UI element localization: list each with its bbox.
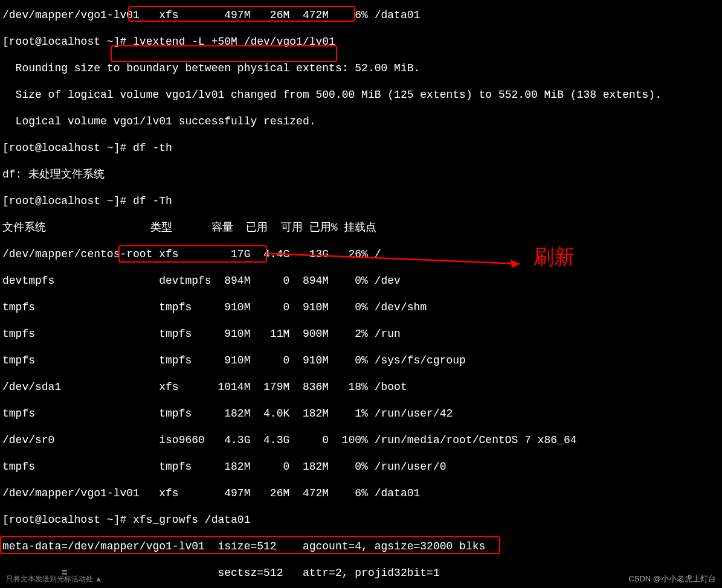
- statusbar-hint: 只将文本发送到光标活动处 ▲: [6, 572, 102, 586]
- term-line: devtmpfs devtmpfs 894M 0 894M 0% /dev: [2, 274, 662, 287]
- term-line: [root@localhost ~]# df -Th: [2, 194, 662, 208]
- terminal-output: /dev/mapper/vgo1-lv01 xfs 497M 26M 472M …: [2, 0, 662, 588]
- term-line: tmpfs tmpfs 182M 0 182M 0% /run/user/0: [2, 460, 662, 473]
- term-line: [root@localhost ~]# xfs_growfs /data01: [2, 513, 662, 526]
- term-line: /dev/sr0 iso9660 4.3G 4.3G 0 100% /run/m…: [2, 433, 662, 447]
- term-line: [root@localhost ~]# df -th: [2, 141, 662, 155]
- watermark-text: CSDN @小小老虎上灯台: [628, 572, 716, 586]
- term-line: tmpfs tmpfs 910M 0 910M 0% /sys/fs/cgrou…: [2, 354, 662, 367]
- term-line: Logical volume vgo1/lv01 successfully re…: [2, 115, 662, 128]
- term-line: /dev/mapper/vgo1-lv01 xfs 497M 26M 472M …: [2, 487, 662, 500]
- annotation-refresh: 刷新: [533, 250, 575, 263]
- term-line: meta-data=/dev/mapper/vgo1-lv01 isize=51…: [2, 540, 662, 553]
- term-line: tmpfs tmpfs 182M 4.0K 182M 1% /run/user/…: [2, 407, 662, 420]
- term-line: Size of logical volume vgo1/lv01 changed…: [2, 88, 662, 101]
- term-line: 文件系统 类型 容量 已用 可用 已用% 挂载点: [2, 221, 662, 234]
- term-line: df: 未处理文件系统: [2, 168, 662, 181]
- term-line: /dev/mapper/vgo1-lv01 xfs 497M 26M 472M …: [2, 8, 662, 22]
- term-line: tmpfs tmpfs 910M 0 910M 0% /dev/shm: [2, 301, 662, 314]
- term-line: Rounding size to boundary between physic…: [2, 62, 662, 75]
- term-line: [root@localhost ~]# lvextend -L +50M /de…: [2, 35, 662, 48]
- term-line: tmpfs tmpfs 910M 11M 900M 2% /run: [2, 327, 662, 340]
- term-line: /dev/sda1 xfs 1014M 179M 836M 18% /boot: [2, 380, 662, 394]
